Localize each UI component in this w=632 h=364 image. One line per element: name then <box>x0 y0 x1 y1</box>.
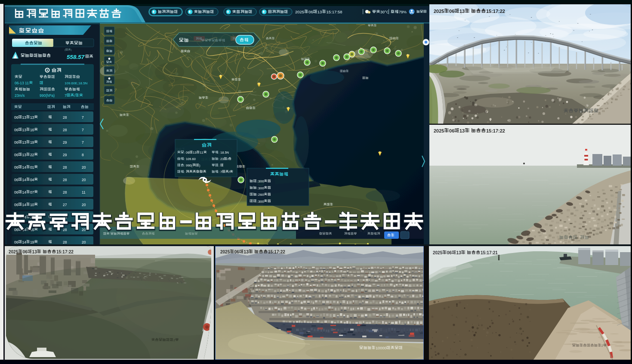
svg-text:10: 10 <box>30 203 34 207</box>
svg-text:28: 28 <box>63 165 67 170</box>
svg-text:2: 2 <box>173 338 176 342</box>
svg-text::: : <box>257 179 258 183</box>
svg-text:14: 14 <box>22 190 27 194</box>
svg-text:7: 7 <box>82 128 84 132</box>
svg-text:79%: 79% <box>399 10 407 14</box>
svg-text:28: 28 <box>63 178 67 182</box>
svg-text:06: 06 <box>14 178 18 182</box>
svg-text:13: 13 <box>22 115 27 120</box>
svg-text:11: 11 <box>200 151 203 154</box>
svg-text:16: 16 <box>30 128 34 132</box>
svg-text:22: 22 <box>30 153 34 157</box>
svg-text:558.57: 558.57 <box>67 54 85 60</box>
svg-text:14: 14 <box>22 178 27 182</box>
svg-text:7: 7 <box>82 140 84 145</box>
svg-text:13: 13 <box>22 153 27 157</box>
svg-text:2: 2 <box>601 344 604 348</box>
svg-text:06: 06 <box>23 250 28 254</box>
svg-text:15:17:58: 15:17:58 <box>327 9 342 14</box>
svg-text:260: 260 <box>258 193 264 197</box>
svg-text:300: 300 <box>258 186 264 190</box>
svg-text:06: 06 <box>14 203 18 207</box>
svg-text::: : <box>184 170 185 174</box>
svg-text:06: 06 <box>14 115 18 120</box>
svg-text:06: 06 <box>14 165 18 170</box>
svg-text::: : <box>184 151 185 154</box>
svg-text:13: 13 <box>30 115 34 120</box>
svg-text::: : <box>219 170 219 174</box>
svg-text:15:17:22: 15:17:22 <box>56 250 74 254</box>
svg-text:109.60E,18.5N: 109.60E,18.5N <box>65 81 88 85</box>
svg-text:20: 20 <box>82 240 86 244</box>
svg-text:06: 06 <box>234 250 240 254</box>
svg-text:109.60: 109.60 <box>186 157 196 161</box>
svg-text:990(: 990( <box>186 163 193 167</box>
svg-text:28: 28 <box>63 115 67 120</box>
svg-text:2025: 2025 <box>433 250 443 255</box>
svg-text:7: 7 <box>82 115 84 120</box>
svg-text::: : <box>219 157 219 161</box>
svg-text:990(hPa): 990(hPa) <box>40 93 55 98</box>
svg-text:(: ( <box>65 49 65 51</box>
svg-text:29: 29 <box>63 140 67 145</box>
svg-text:): ) <box>71 49 72 51</box>
svg-text:23: 23 <box>220 157 224 161</box>
svg-text::: : <box>184 157 185 161</box>
svg-text:06: 06 <box>449 9 454 14</box>
svg-text:07: 07 <box>30 190 34 194</box>
svg-text:20: 20 <box>82 228 86 232</box>
svg-text:06: 06 <box>14 228 18 232</box>
svg-text:06: 06 <box>14 140 18 145</box>
svg-text:27: 27 <box>63 203 67 207</box>
svg-text:11: 11 <box>82 190 86 194</box>
svg-text:06: 06 <box>14 128 18 132</box>
svg-text:14: 14 <box>22 203 27 207</box>
svg-text:06: 06 <box>14 240 18 244</box>
svg-text:13: 13 <box>32 250 37 254</box>
svg-text:15:17:22: 15:17:22 <box>268 250 285 254</box>
svg-text:20: 20 <box>82 203 86 207</box>
svg-text:14: 14 <box>22 165 27 170</box>
svg-text:15:17:22: 15:17:22 <box>486 128 505 133</box>
svg-text:18.5N: 18.5N <box>220 151 229 154</box>
svg-text:29: 29 <box>63 153 67 157</box>
svg-text:23m/s: 23m/s <box>15 93 25 98</box>
svg-text:13: 13 <box>22 128 27 132</box>
svg-text:06: 06 <box>449 128 454 133</box>
svg-text::: : <box>184 163 185 167</box>
svg-text:2025: 2025 <box>295 9 304 14</box>
svg-text:06: 06 <box>14 153 18 157</box>
svg-text:06: 06 <box>186 151 189 154</box>
svg-text:14: 14 <box>22 240 27 244</box>
svg-text:19: 19 <box>30 140 34 145</box>
svg-text:30°C: 30°C <box>380 10 389 14</box>
svg-text:01: 01 <box>30 165 34 170</box>
svg-text:28: 28 <box>63 240 67 244</box>
svg-text:13: 13 <box>193 151 196 154</box>
svg-text:13: 13 <box>459 9 465 14</box>
svg-text:06: 06 <box>14 190 18 194</box>
svg-text:300: 300 <box>258 179 264 183</box>
svg-text:2025: 2025 <box>434 9 444 14</box>
svg-text::: : <box>219 163 219 167</box>
svg-text:13: 13 <box>456 250 462 255</box>
svg-text::: : <box>257 200 258 204</box>
svg-text:20: 20 <box>82 165 86 170</box>
svg-text:13: 13 <box>459 128 465 133</box>
svg-text:15:17:22: 15:17:22 <box>486 9 505 14</box>
svg-text:15:17:21: 15:17:21 <box>481 250 498 255</box>
svg-text:2025: 2025 <box>434 128 444 133</box>
svg-text:13: 13 <box>318 9 322 14</box>
svg-text:28: 28 <box>63 190 67 194</box>
svg-text:19: 19 <box>30 240 34 244</box>
svg-text:13: 13 <box>244 250 249 254</box>
svg-text:06: 06 <box>447 250 452 255</box>
svg-text:7: 7 <box>220 170 222 174</box>
svg-text:2025: 2025 <box>9 250 18 254</box>
svg-text:10000: 10000 <box>376 346 386 350</box>
svg-text:06-13 11: 06-13 11 <box>15 81 29 85</box>
svg-text:20: 20 <box>82 178 86 182</box>
svg-text::: : <box>219 151 219 154</box>
svg-text::: : <box>257 193 258 197</box>
svg-text:8: 8 <box>82 153 84 157</box>
